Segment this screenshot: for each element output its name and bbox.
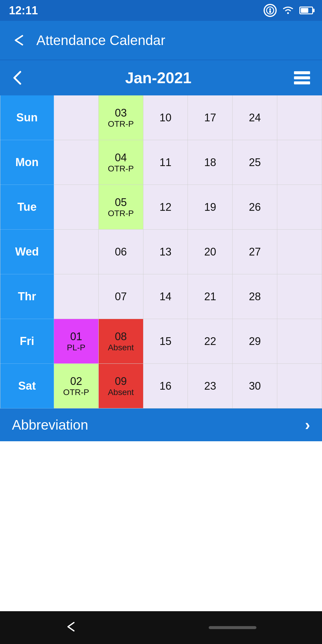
calendar-cell[interactable]: 26 [233, 185, 277, 230]
calendar-cell [54, 274, 99, 319]
day-label-sat: Sat [0, 364, 54, 408]
date-number: 07 [115, 290, 127, 303]
calendar-cell[interactable]: 13 [143, 230, 188, 274]
calendar-cell[interactable]: 15 [143, 319, 188, 364]
date-status: OTR-P [108, 164, 134, 174]
calendar-cell[interactable]: 20 [188, 230, 233, 274]
calendar-cell[interactable]: 03OTR-P [99, 95, 143, 140]
day-label-mon: Mon [0, 140, 54, 185]
prev-month-button[interactable] [12, 70, 23, 86]
date-number: 27 [249, 245, 261, 258]
calendar-cell [54, 95, 99, 140]
date-number: 21 [204, 290, 216, 303]
date-number: 24 [249, 111, 261, 124]
month-title: Jan-2021 [125, 69, 192, 87]
calendar-cell[interactable]: 24 [233, 95, 277, 140]
calendar-cell [277, 95, 322, 140]
day-label-thr: Thr [0, 274, 54, 319]
svg-point-1 [269, 8, 271, 10]
calendar-cell [54, 230, 99, 274]
calendar-cell[interactable]: 09Absent [99, 364, 143, 408]
calendar-cell[interactable]: 25 [233, 140, 277, 185]
app-header: Attendance Calendar [0, 21, 322, 60]
calendar-grid: Sun03OTR-P101724Mon04OTR-P111825Tue05OTR… [0, 95, 322, 408]
calendar-cell[interactable]: 28 [233, 274, 277, 319]
calendar-cell[interactable]: 27 [233, 230, 277, 274]
nav-bar [0, 611, 322, 644]
calendar-cell[interactable]: 22 [188, 319, 233, 364]
calendar-cell[interactable]: 16 [143, 364, 188, 408]
back-button[interactable] [12, 34, 27, 47]
calendar-cell [277, 185, 322, 230]
calendar-cell[interactable]: 21 [188, 274, 233, 319]
calendar-cell[interactable]: 14 [143, 274, 188, 319]
date-number: 28 [249, 290, 261, 303]
calendar-cell[interactable]: 06 [99, 230, 143, 274]
abbreviation-bar[interactable]: Abbreviation › [0, 408, 322, 441]
calendar-cell [54, 185, 99, 230]
date-number: 05 [115, 196, 127, 209]
calendar-cell[interactable]: 01PL-P [54, 319, 99, 364]
calendar-cell[interactable]: 23 [188, 364, 233, 408]
date-number: 14 [160, 290, 171, 303]
date-number: 11 [160, 156, 171, 169]
home-pill[interactable] [209, 626, 256, 629]
wifi-icon [281, 5, 295, 16]
date-number: 08 [115, 330, 127, 343]
date-number: 19 [204, 201, 216, 213]
calendar-cell[interactable]: 02OTR-P [54, 364, 99, 408]
calendar-cell[interactable]: 10 [143, 95, 188, 140]
date-number: 10 [160, 111, 171, 124]
battery-icon [299, 7, 313, 14]
day-label-tue: Tue [0, 185, 54, 230]
calendar-cell [277, 230, 322, 274]
date-status: PL-P [67, 343, 85, 352]
status-bar: 12:11 [0, 0, 322, 21]
calendar-header: Jan-2021 [0, 60, 322, 95]
app-title: Attendance Calendar [36, 32, 165, 48]
abbreviation-chevron: › [305, 416, 310, 434]
status-icons [264, 4, 313, 17]
svg-point-3 [287, 12, 289, 14]
calendar-cell [277, 364, 322, 408]
date-number: 17 [204, 111, 216, 124]
system-back-button[interactable] [66, 620, 78, 635]
calendar-cell[interactable]: 08Absent [99, 319, 143, 364]
date-status: Absent [108, 388, 134, 397]
calendar-cell[interactable]: 05OTR-P [99, 185, 143, 230]
calendar-cell[interactable]: 11 [143, 140, 188, 185]
date-number: 15 [160, 335, 171, 348]
date-number: 18 [204, 156, 216, 169]
date-status: OTR-P [108, 119, 134, 129]
calendar-cell [54, 140, 99, 185]
date-number: 03 [115, 106, 127, 119]
calendar-cell[interactable]: 17 [188, 95, 233, 140]
calendar-cell[interactable]: 30 [233, 364, 277, 408]
calendar-cell[interactable]: 29 [233, 319, 277, 364]
calendar-cell[interactable]: 07 [99, 274, 143, 319]
calendar-cell [277, 140, 322, 185]
app-status-icon [264, 4, 277, 17]
date-number: 26 [249, 201, 261, 213]
date-number: 29 [249, 335, 261, 348]
date-number: 16 [160, 380, 171, 392]
day-label-fri: Fri [0, 319, 54, 364]
date-number: 02 [70, 375, 82, 388]
calendar-cell[interactable]: 12 [143, 185, 188, 230]
calendar-cell[interactable]: 19 [188, 185, 233, 230]
abbreviation-label: Abbreviation [12, 417, 88, 433]
list-view-button[interactable] [294, 71, 310, 84]
date-number: 30 [249, 380, 261, 392]
day-label-wed: Wed [0, 230, 54, 274]
calendar-cell[interactable]: 18 [188, 140, 233, 185]
status-time: 12:11 [9, 4, 38, 17]
calendar-cell[interactable]: 04OTR-P [99, 140, 143, 185]
svg-rect-2 [269, 10, 271, 13]
day-label-sun: Sun [0, 95, 54, 140]
date-status: OTR-P [108, 209, 134, 218]
date-number: 06 [115, 245, 127, 258]
date-number: 13 [160, 245, 171, 258]
calendar-cell [277, 274, 322, 319]
date-number: 22 [204, 335, 216, 348]
date-number: 20 [204, 245, 216, 258]
